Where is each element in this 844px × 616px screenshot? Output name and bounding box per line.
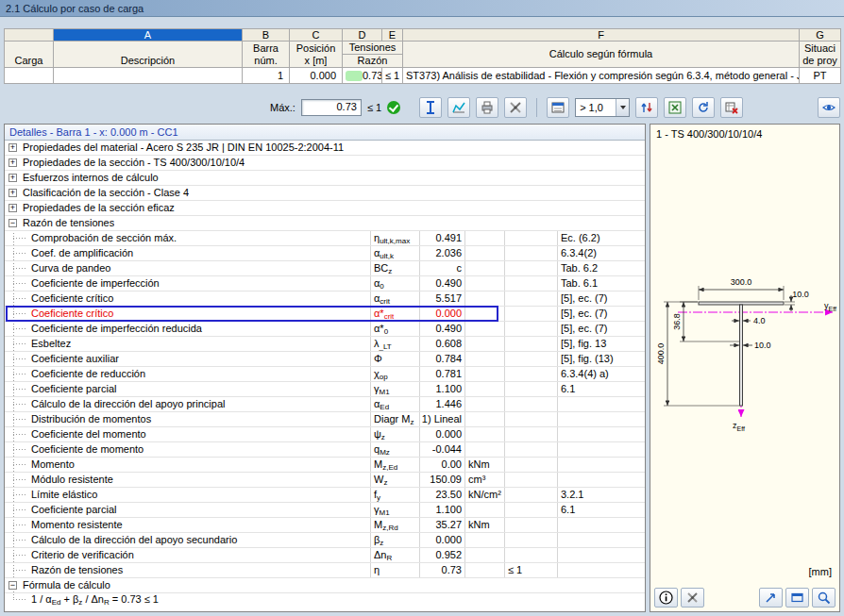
detail-symbol: ΔnR bbox=[371, 548, 420, 562]
criterion-cell[interactable]: ≤ 1 bbox=[382, 68, 403, 84]
tree-section[interactable]: +Clasificación de la sección - Clase 4 bbox=[5, 186, 645, 201]
member-number-cell[interactable]: 1 bbox=[243, 68, 290, 84]
detail-unit bbox=[465, 442, 505, 457]
detail-reference: Tab. 6.1 bbox=[558, 276, 645, 291]
detail-row[interactable]: Criterio de verificaciónΔnR0.952 bbox=[5, 548, 645, 563]
detail-symbol: qMz bbox=[371, 442, 420, 457]
detail-unit bbox=[465, 291, 505, 306]
detail-row[interactable]: Coeficiente críticoα*crit0.000[5], ec. (… bbox=[5, 307, 645, 322]
detail-symbol: λ_LT bbox=[371, 337, 420, 351]
tree-section[interactable]: +Propiedades de la sección - TS 400/300/… bbox=[5, 156, 645, 171]
threshold-select[interactable]: > 1,0 bbox=[575, 98, 630, 117]
col-letter-d[interactable]: D bbox=[343, 29, 382, 42]
expand-icon[interactable]: + bbox=[8, 158, 17, 167]
detail-row[interactable]: Límite elásticofy23.50kN/cm²3.2.1 bbox=[5, 488, 645, 503]
chevron-down-icon[interactable] bbox=[616, 99, 629, 116]
detail-row[interactable]: Coef. de amplificaciónαult,k2.0366.3.4(2… bbox=[5, 246, 645, 261]
detail-row[interactable]: Cálculo de la dirección del apoyo princi… bbox=[5, 397, 645, 412]
detail-row[interactable]: Cálculo de la dirección del apoyo secund… bbox=[5, 533, 645, 548]
delete-table-button[interactable] bbox=[720, 97, 743, 118]
detail-symbol: γM1 bbox=[371, 503, 420, 517]
detail-value: c bbox=[420, 261, 465, 275]
detail-row[interactable]: Coeficiente del momentoψz0.000 bbox=[5, 427, 645, 442]
printer-button[interactable] bbox=[476, 97, 498, 118]
detail-unit: kNm bbox=[465, 518, 505, 532]
excel-export-button[interactable] bbox=[664, 97, 686, 118]
tree-section[interactable]: −Fórmula de cálculo bbox=[5, 578, 645, 593]
tree-section[interactable]: +Propiedades de la sección eficaz bbox=[5, 201, 645, 216]
detail-description: Coeficiente de imperfección bbox=[5, 276, 371, 291]
load-case-cell[interactable]: CC1 bbox=[5, 68, 54, 84]
detail-row[interactable]: Distribución de momentosDiagr Mz1) Linea… bbox=[5, 412, 645, 427]
detail-row[interactable]: Momento resistenteMz,Rd35.27kNm bbox=[5, 518, 645, 533]
collapse-icon[interactable]: − bbox=[8, 219, 17, 227]
col-letter-g[interactable]: G bbox=[800, 29, 841, 42]
member-diagram-button[interactable] bbox=[419, 97, 442, 118]
detail-row[interactable]: Coeficiente críticoαcrit5.517[5], ec. (7… bbox=[5, 291, 645, 307]
unit-label: [mm] bbox=[809, 566, 832, 577]
expand-icon[interactable]: + bbox=[8, 174, 17, 182]
fit-view-button[interactable] bbox=[785, 588, 809, 608]
expand-icon[interactable]: + bbox=[8, 189, 17, 197]
detail-reference: [5], fig. 13 bbox=[558, 337, 645, 351]
pliers-icon bbox=[685, 591, 700, 605]
pliers-button[interactable] bbox=[504, 97, 527, 118]
detail-row[interactable]: Coeficiente de reducciónχop0.7816.3.4(4)… bbox=[5, 367, 645, 382]
expand-icon[interactable]: + bbox=[8, 143, 17, 152]
tree-section[interactable]: +Esfuerzos internos de cálculo bbox=[5, 171, 645, 186]
col-letter-f[interactable]: F bbox=[403, 29, 800, 42]
position-cell[interactable]: 0.000 bbox=[290, 68, 343, 84]
section-pliers-button[interactable] bbox=[681, 588, 704, 608]
expand-icon[interactable]: + bbox=[8, 204, 17, 212]
detail-criterion: ≤ 1 bbox=[505, 563, 558, 577]
detail-value: 0.000 bbox=[420, 307, 465, 321]
col-letter-b[interactable]: B bbox=[243, 29, 290, 42]
visibility-button[interactable] bbox=[818, 97, 840, 118]
section-panel: 1 - TS 400/300/10/10/4 yEff zEff 300.0 bbox=[650, 124, 840, 612]
detail-row[interactable]: Coeficiente parcialγM11.1006.1 bbox=[5, 503, 645, 518]
detail-symbol: αult,k bbox=[371, 246, 420, 260]
detail-symbol: Mz,Ed bbox=[371, 458, 420, 472]
ratio-cell[interactable]: 0.73 bbox=[343, 68, 382, 84]
detail-symbol: fy bbox=[371, 488, 420, 502]
detail-row[interactable]: Coeficiente de momentoqMz-0.044 bbox=[5, 442, 645, 458]
detail-row[interactable]: Esbeltezλ_LT0.608[5], fig. 13 bbox=[5, 337, 645, 352]
detail-reference bbox=[558, 473, 645, 487]
info-button[interactable] bbox=[654, 588, 678, 608]
design-situation-cell[interactable]: PT bbox=[800, 68, 841, 84]
detail-row[interactable]: Coeficiente parcialγM11.1006.1 bbox=[5, 382, 645, 397]
detail-value: 0.000 bbox=[420, 427, 465, 441]
filter-table-button[interactable] bbox=[547, 97, 569, 118]
description-cell[interactable] bbox=[54, 68, 243, 84]
formula-cell[interactable]: ST373) Análisis de estabilidad - Flexión… bbox=[403, 68, 800, 84]
detail-description: Distribución de momentos bbox=[5, 412, 371, 426]
detail-row[interactable]: Coeficiente de imperfección reducidaα*00… bbox=[5, 322, 645, 337]
detail-row[interactable]: Razón de tensionesη0.73≤ 1 bbox=[5, 563, 645, 578]
refresh-button[interactable] bbox=[692, 97, 715, 118]
tree-section[interactable]: −Razón de tensiones bbox=[5, 216, 645, 231]
detail-row[interactable]: MomentoMz,Ed0.00kNm bbox=[5, 458, 645, 473]
detail-row[interactable]: Comprobación de sección máx.ηult,k,max0.… bbox=[5, 231, 645, 246]
tree-section-label: Propiedades de la sección - TS 400/300/1… bbox=[23, 156, 245, 170]
detail-row[interactable]: Módulo resistenteWz150.09cm³ bbox=[5, 473, 645, 488]
detail-row[interactable]: Coeficiente de imperfecciónα00.490Tab. 6… bbox=[5, 276, 645, 291]
detail-row[interactable]: Coeficiente auxiliarΦ0.784[5], fig. (13) bbox=[5, 352, 645, 367]
pan-view-button[interactable] bbox=[759, 588, 783, 608]
col-letter-e[interactable]: E bbox=[382, 29, 403, 42]
detail-criterion bbox=[505, 427, 558, 441]
col-letter-a[interactable]: A bbox=[54, 29, 243, 42]
col-letter-c[interactable]: C bbox=[290, 29, 343, 42]
detail-unit bbox=[465, 503, 505, 517]
collapse-icon[interactable]: − bbox=[8, 581, 17, 590]
detail-description: Coeficiente de imperfección reducida bbox=[5, 322, 371, 336]
check-icon bbox=[387, 101, 400, 114]
detail-row[interactable]: Curva de pandeoBCzcTab. 6.2 bbox=[5, 261, 645, 276]
tree-section[interactable]: +Propiedades del material - Acero S 235 … bbox=[5, 141, 645, 156]
formula-row[interactable]: 1 / αEd + βz / ΔnR = 0.73 ≤ 1 bbox=[5, 593, 645, 608]
detail-criterion bbox=[505, 488, 558, 502]
sort-button[interactable] bbox=[635, 97, 658, 118]
result-diagram-button[interactable] bbox=[447, 97, 470, 118]
eye-icon bbox=[821, 100, 836, 115]
detail-reference bbox=[558, 427, 645, 441]
zoom-button[interactable] bbox=[812, 588, 836, 608]
